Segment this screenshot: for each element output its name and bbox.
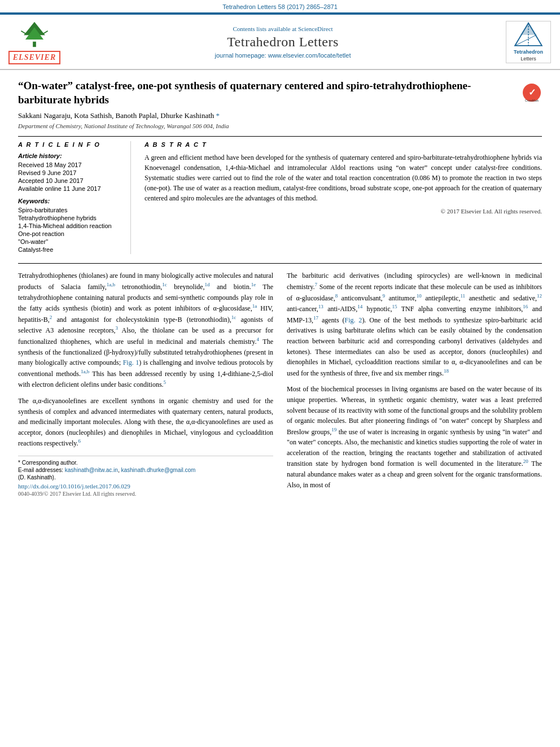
svg-text:✓: ✓ (528, 88, 536, 97)
abstract-column: A B S T R A C T A green and efficient me… (145, 141, 542, 254)
journal-citation-header: Tetrahedron Letters 58 (2017) 2865–2871 (0, 0, 560, 12)
keyword-5: "On-water" (18, 238, 121, 245)
keyword-3: 1,4-Thia-Micheal addition reaction (18, 222, 121, 229)
journal-banner: ELSEVIER Contents lists available at Sci… (0, 14, 560, 69)
journal-title: Tetrahedron Letters (65, 34, 500, 50)
main-left-column: Tetrahydrothiophenes (thiolanes) are fou… (18, 270, 273, 497)
journal-homepage[interactable]: journal homepage: www.elsevier.com/locat… (65, 52, 500, 59)
body-paragraph-1: Tetrahydrothiophenes (thiolanes) are fou… (18, 270, 273, 390)
article-info-column: A R T I C L E I N F O Article history: R… (18, 141, 131, 254)
sciencedirect-link[interactable]: ScienceDirect (298, 25, 333, 32)
article-body: “On-water” catalyst-free, one-pot synthe… (0, 70, 560, 506)
accepted-date: Accepted 10 June 2017 (18, 177, 121, 184)
fig2-ref[interactable]: Fig. 2 (344, 316, 362, 324)
authors-text: Sakkani Nagaraju, Kota Sathish, Banoth P… (18, 111, 214, 120)
right-logo-line2: Letters (514, 56, 543, 63)
body-paragraph-4: Most of the biochemical processes in liv… (287, 384, 542, 490)
issn-line: 0040-4039/© 2017 Elsevier Ltd. All right… (18, 491, 273, 497)
elsevier-wordmark: ELSEVIER (8, 51, 60, 64)
keywords-label: Keywords: (18, 198, 121, 204)
tetrahedron-logo-icon (511, 21, 545, 49)
keyword-6: Catalyst-free (18, 246, 121, 253)
corresponding-footnote: * Corresponding author. (18, 460, 273, 466)
svg-line-4 (42, 31, 47, 34)
journal-logo-right: Tetrahedron Letters (506, 21, 551, 63)
right-logo-line1: Tetrahedron (514, 49, 543, 56)
history-label: Article history: (18, 152, 121, 159)
email-label: E-mail addresses: (18, 467, 65, 473)
info-abstract-section: A R T I C L E I N F O Article history: R… (18, 141, 542, 254)
body-paragraph-3: The barbituric acid derivatives (includi… (287, 270, 542, 378)
keyword-1: Spiro-barbiturates (18, 207, 121, 213)
revised-date: Revised 9 June 2017 (18, 169, 121, 176)
journal-citation-text: Tetrahedron Letters 58 (2017) 2865–2871 (222, 3, 338, 10)
svg-line-3 (21, 31, 26, 34)
keyword-4: One-pot reaction (18, 230, 121, 237)
contents-text: Contents lists available at (233, 25, 298, 32)
elsevier-logo-left: ELSEVIER (9, 19, 60, 64)
keyword-2: Tetrahydrothiophene hybrids (18, 215, 121, 221)
crossmark-icon: ✓ CrossMark (522, 82, 542, 103)
main-content: Tetrahydrothiophenes (thiolanes) are fou… (18, 270, 542, 497)
available-date: Available online 11 June 2017 (18, 185, 121, 192)
email-link-1[interactable]: kashinath@nitw.ac.in (65, 467, 118, 473)
email-link-2[interactable]: kashinath.dhurke@gmail.com (121, 467, 195, 473)
doi-link[interactable]: http://dx.doi.org/10.1016/j.tetlet.2017.… (18, 483, 273, 490)
article-title-section: “On-water” catalyst-free, one-pot synthe… (18, 79, 542, 107)
received-date: Received 18 May 2017 (18, 161, 121, 168)
crossmark-badge[interactable]: ✓ CrossMark (522, 82, 542, 103)
elsevier-tree-icon (15, 19, 54, 49)
info-divider (18, 136, 542, 137)
banner-center: Contents lists available at ScienceDirec… (65, 25, 500, 59)
fig1-ref[interactable]: Fig. 1 (123, 359, 139, 366)
corresponding-asterisk: * (216, 111, 220, 120)
footnote-section: * Corresponding author. E-mail addresses… (18, 456, 273, 497)
affil-footnote: (D. Kashinath). (18, 474, 273, 480)
affiliation: Department of Chemistry, National Instit… (18, 123, 542, 129)
email-footnote: E-mail addresses: kashinath@nitw.ac.in, … (18, 467, 273, 473)
main-right-column: The barbituric acid derivatives (includi… (287, 270, 542, 497)
body-paragraph-2: The α,α-dicyanoolefines are excellent sy… (18, 396, 273, 449)
contents-line: Contents lists available at ScienceDirec… (65, 25, 500, 32)
abstract-text: A green and efficient method have been d… (145, 152, 542, 203)
svg-rect-0 (33, 42, 36, 47)
article-info-heading: A R T I C L E I N F O (18, 141, 121, 148)
copyright-line: © 2017 Elsevier Ltd. All rights reserved… (145, 208, 542, 215)
svg-text:CrossMark: CrossMark (525, 99, 539, 102)
abstract-heading: A B S T R A C T (145, 141, 542, 148)
authors-line: Sakkani Nagaraju, Kota Sathish, Banoth P… (18, 111, 542, 120)
body-divider (18, 263, 542, 264)
article-title: “On-water” catalyst-free, one-pot synthe… (18, 79, 516, 107)
